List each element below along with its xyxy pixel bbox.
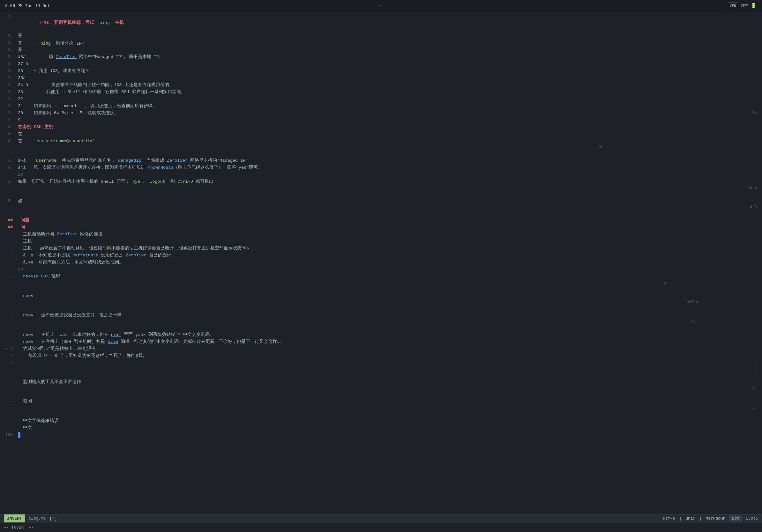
insert-label: -- INSERT --	[4, 524, 34, 531]
line-row: 3. 35å	[0, 75, 762, 82]
line-row: 3. 开 − `ping` 时填什么 IP?	[0, 40, 762, 47]
line-row: 5. 如果一切正常，开始在客机上使用主机的 Shell 即可；`bye`、`lo…	[0, 179, 762, 198]
line-row: - 主机 虽然设置了不自动休眠，但过段时间不连接的话主机好像会自己断开……但再次…	[0, 245, 762, 252]
cursor-position: 130:5	[746, 515, 758, 522]
line-row: 3. 开	[0, 33, 762, 40]
battery-icon: 🔋	[750, 2, 757, 10]
line-row: 3. 开	[0, 47, 762, 54]
line-row: 3. 9	[0, 117, 762, 124]
command-line: -- INSERT --	[0, 522, 762, 532]
line-row: 5. 42§3. 开启客机终端，尝试 `ping` 主机	[0, 13, 762, 33]
line-row: 4. 在客机 SSH 主机	[0, 124, 762, 131]
title-bar-right: VPN 76% 🔋	[728, 2, 757, 10]
line-row: 23	[0, 171, 762, 179]
line-row: - neovim CJK 乱码 ã	[0, 273, 762, 293]
line-row: 3. 36 − 我用 iOS, 哪里有终端？	[0, 68, 762, 75]
mode-indicator: INSERT	[4, 514, 25, 522]
line-row: 5. 如 ³å¯ã	[0, 198, 762, 218]
title-bar-left: 8:06 PM Thu 19 Oct	[5, 3, 50, 9]
line-row: - å,4æ 可能有解决方法，本文写成时我还没找到。	[0, 259, 762, 266]
separator2: |	[699, 515, 702, 522]
line-row: - neov 主机上 `cat` 出来时好的，但在 nvim 里面 yank 到…	[0, 332, 762, 339]
line-row: - ne8v 在客机上（SSH 到主机时）则是 nvim 编辑一行时其他行中文变…	[0, 339, 762, 346]
line-row: 13	[0, 266, 762, 273]
filetype: markdown	[706, 515, 725, 522]
line-row: 4. 在 `ssh username@managedip` ½ã	[0, 138, 762, 158]
line-row: - 主机	[0, 238, 762, 245]
editor-content: 5. 42§3. 开启客机终端，尝试 `ping` 主机 3. 开 3. 开 −…	[0, 12, 762, 440]
line-row: 3. 30 如果输出"64 Bytes……", 说明成功连接。 ½ã	[0, 110, 762, 117]
separator1: |	[679, 515, 682, 522]
vpn-label: VPN	[728, 3, 738, 9]
line-row: 3. 37 å	[0, 61, 762, 68]
title-bar: 8:06 PM Thu 19 Oct ··· VPN 76% 🔋	[0, 0, 762, 12]
battery-level: 76%	[741, 3, 748, 9]
line-row: 130	[0, 432, 762, 439]
line-row: 7 å 尝试复制到\*更是粘贴出……啥也没有。	[0, 346, 762, 353]
date: Thu 19 Oct	[25, 3, 50, 9]
line-ending: unix	[685, 515, 695, 522]
title-bar-center: ···	[376, 3, 386, 9]
line-row: ## 问	[0, 224, 762, 231]
line-row: 3. å8å 填 ZeroTier 网络中"Managed IP", 而不是本地…	[0, 54, 762, 61]
line-row: - 监测输入的工具不会正常运作 â¦	[0, 379, 762, 398]
line-row: - 监测 ...	[0, 398, 762, 418]
line-row: 5 |	[0, 360, 762, 379]
bot-label: Bot	[729, 515, 742, 522]
line-row: 3. 31 如果输出"……timeout……", 说明没连上，检查前面所有步骤。	[0, 103, 762, 110]
line-row: - 中文字体偏移错误	[0, 418, 762, 425]
line-row: - å.,æ 不知道是不是我 caffeinate 没用好还是 ZeroTier…	[0, 252, 762, 259]
dots: ···	[376, 3, 386, 9]
status-bar: INSERT blog.md [+] utf-8 | unix | markdo…	[0, 514, 762, 522]
line-row: 4. å~å `username` 换成你希望登录的账户名，`managedip…	[0, 158, 762, 165]
line-row: 4. 在	[0, 131, 762, 138]
line-row: 6 都设成 UTF-8 了，不知道为啥还这样，气死了。懂的@我。	[0, 353, 762, 360]
encoding: utf-8	[663, 515, 675, 522]
filename: blog.md [+]	[29, 515, 57, 522]
line-row: - 中文	[0, 425, 762, 432]
line-row: - 主机自动断开与 ZeroTier 网络的连接	[0, 231, 762, 238]
line-row: 3. 34 å 虽然苹果严格限制了软件功能，iOS 上还是有终端模拟器的。	[0, 82, 762, 89]
line-row: ## 问题	[0, 217, 762, 224]
editor-area: 5. 42§3. 开启客机终端，尝试 `ping` 主机 3. 开 3. 开 −…	[0, 12, 762, 514]
time: 8:06 PM	[5, 3, 23, 9]
line-row: 3. 33 我使用 a-Shell 作为终端，它自带 SSH 客户端和一系列实用…	[0, 89, 762, 96]
line-row: 4. å4å 第一次应该会询问你是否建立连接，因为还没把主机加进 KnownHo…	[0, 165, 762, 171]
status-right: utf-8 | unix | markdown Bot 130:5	[663, 515, 758, 522]
line-row: - neov ³è®®iã	[0, 293, 762, 312]
line-row: 3. 32	[0, 96, 762, 103]
line-row: - neov 这个应该是我自己没设置好，但是提一嘴。 计。	[0, 312, 762, 332]
